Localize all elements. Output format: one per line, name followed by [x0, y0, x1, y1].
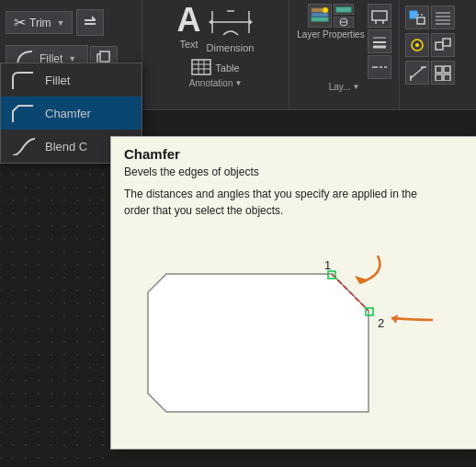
- chamfer-tooltip: Chamfer Bevels the edges of objects The …: [110, 136, 476, 450]
- measure-icon: [408, 64, 426, 81]
- match-icon[interactable]: [405, 6, 429, 29]
- chamfer-popup-title: Chamfer: [111, 137, 476, 165]
- group-icon[interactable]: [431, 33, 455, 57]
- trim-label: Trim: [29, 17, 51, 29]
- dimension-label: Dimension: [207, 42, 255, 53]
- svg-marker-2: [92, 16, 96, 19]
- svg-point-19: [323, 7, 328, 13]
- svg-rect-11: [192, 60, 210, 74]
- chamfer-menu-label: Chamfer: [45, 107, 91, 120]
- svg-rect-0: [85, 19, 96, 21]
- svg-rect-16: [312, 17, 328, 21]
- svg-rect-40: [443, 39, 450, 46]
- scissors-icon: ✂: [14, 14, 26, 31]
- svg-text:2: 2: [378, 316, 384, 330]
- layers-stack-icon: [310, 6, 330, 25]
- layer-icon-1[interactable]: [334, 4, 354, 15]
- svg-marker-8: [209, 19, 212, 25]
- chamfer-menu-icon: [10, 102, 38, 124]
- chamfer-popup-detail: The distances and angles that you specif…: [111, 186, 476, 228]
- trim-extra-button[interactable]: [76, 9, 104, 36]
- text-big-icon: A: [177, 4, 201, 37]
- layer-properties-label: Layer Properties: [297, 29, 364, 40]
- svg-rect-46: [444, 74, 450, 81]
- table-label: Table: [215, 63, 239, 74]
- annotation-section: A Text: [142, 0, 289, 109]
- layer-small-icon-2: [335, 17, 352, 27]
- chamfer-menu-item[interactable]: Chamfer: [1, 97, 142, 130]
- layer-small-icon-1: [335, 5, 352, 14]
- svg-rect-23: [372, 11, 387, 20]
- isolate-objects-icon: [408, 37, 426, 53]
- linetype-icon: [370, 59, 389, 75]
- svg-rect-4: [100, 51, 109, 62]
- annotation-chevron[interactable]: ▼: [234, 79, 242, 87]
- table-icon: [191, 59, 211, 75]
- layer-icon-5[interactable]: [368, 55, 391, 79]
- extra-icon-1[interactable]: [405, 61, 429, 85]
- dimension-button[interactable]: Dimension: [207, 4, 255, 53]
- layer-icon-4[interactable]: [368, 29, 391, 53]
- trim-button[interactable]: ✂ Trim ▼: [6, 11, 73, 34]
- text-button[interactable]: A Text: [177, 4, 201, 50]
- extra-icon-2[interactable]: [431, 61, 455, 85]
- table-button[interactable]: Table: [191, 59, 239, 75]
- svg-marker-54: [391, 314, 398, 324]
- svg-rect-20: [336, 7, 351, 12]
- svg-rect-17: [312, 13, 328, 17]
- chamfer-popup-description: Bevels the edges of objects: [111, 165, 476, 186]
- line-weight-icon: [370, 33, 389, 50]
- arrange-icon: [434, 64, 452, 81]
- drawing-area[interactable]: [0, 110, 110, 467]
- annotation-label-text: Annotation: [189, 78, 233, 88]
- trim-dropdown-arrow[interactable]: ▼: [57, 18, 65, 28]
- match-properties-icon: [408, 9, 426, 26]
- dimension-icon: [209, 4, 253, 40]
- layer-chevron[interactable]: ▼: [352, 83, 359, 91]
- properties-list-icon: [434, 9, 452, 26]
- svg-text:1: 1: [324, 258, 331, 272]
- svg-rect-1: [85, 23, 96, 25]
- layer-section: Layer Properties: [289, 0, 400, 109]
- blend-menu-label: Blend C: [45, 140, 87, 154]
- layer-section-text: Lay...: [329, 82, 351, 92]
- fillet-menu-item[interactable]: Fillet: [1, 63, 142, 97]
- layer-section-label: Lay... ▼: [329, 79, 360, 92]
- list-icon[interactable]: [431, 6, 455, 29]
- svg-rect-32: [417, 17, 425, 24]
- layer-icon-row: Layer Properties: [297, 4, 391, 79]
- layer-icon-3[interactable]: [368, 4, 391, 28]
- isolate-icon[interactable]: [405, 33, 429, 57]
- blend-menu-icon: [10, 135, 38, 157]
- svg-rect-30: [410, 11, 417, 18]
- trim-extra-icon: [83, 14, 97, 28]
- svg-marker-9: [249, 19, 253, 25]
- layer-icon-2[interactable]: [334, 17, 354, 28]
- svg-rect-44: [444, 66, 450, 73]
- svg-rect-39: [436, 42, 443, 50]
- extra-icons-section: [400, 0, 473, 109]
- svg-rect-43: [436, 66, 442, 73]
- svg-rect-45: [436, 74, 442, 81]
- group-icon-svg: [434, 37, 452, 53]
- paint-icon: [370, 7, 389, 24]
- layer-main-icon[interactable]: [308, 4, 332, 28]
- fillet-menu-icon: [10, 69, 38, 91]
- text-label: Text: [179, 39, 198, 50]
- svg-point-38: [415, 43, 419, 47]
- svg-marker-47: [148, 274, 368, 412]
- annotation-section-label: Annotation ▼: [189, 75, 243, 88]
- chamfer-diagram: 1 2: [120, 228, 468, 439]
- fillet-menu-label: Fillet: [45, 74, 70, 87]
